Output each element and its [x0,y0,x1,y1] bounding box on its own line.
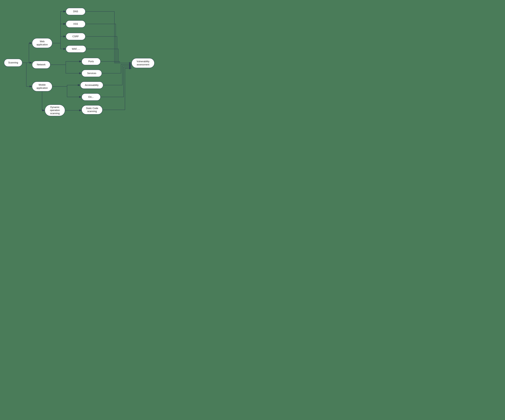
scanning-node: Scanning [4,59,22,67]
services-node: Services [82,70,102,77]
dns-node: DNS [66,8,85,15]
ports-node: Ports [82,58,101,65]
dynamic-operation-node: Dynamic operation scanning [45,105,65,116]
web-application-node: Web application [32,38,52,48]
static-code-node: Static Code scanning [82,105,103,115]
csrf-node: CSRF [66,33,85,40]
etc-node: Etc,.. [82,93,101,101]
waf-node: WAF, ... [66,45,86,53]
accessability-node: Accessability [80,82,103,89]
xss-node: XSS [66,20,85,28]
vulnerability-node: Vulnerability assessment [132,58,155,68]
network-node: Network [32,61,50,69]
mobile-application-node: Mobile application [32,82,52,91]
diagram-container: Scanning Web application Network Mobile … [0,0,157,129]
